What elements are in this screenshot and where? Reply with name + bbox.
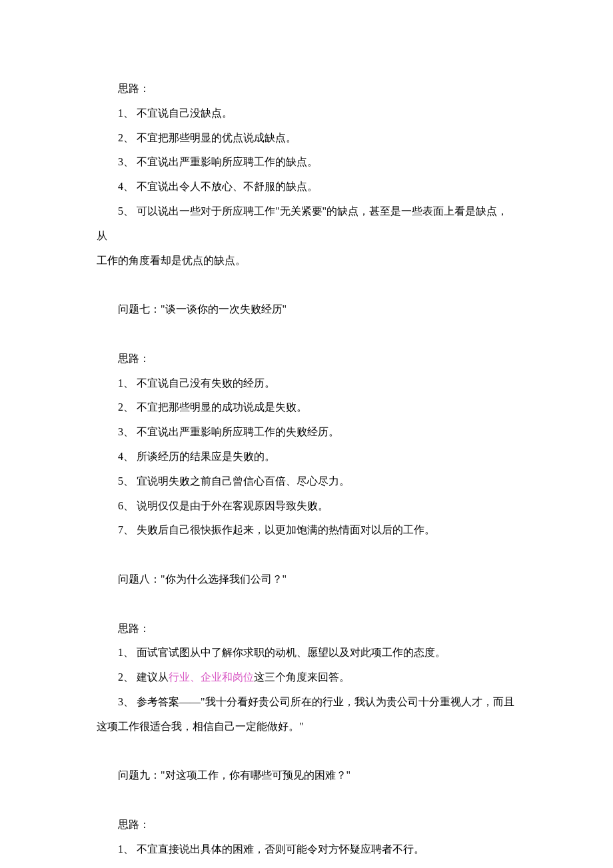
section9-item1: 1、 不宜直接说出具体的困难，否则可能令对方怀疑应聘者不行。 xyxy=(97,837,516,862)
section7-item1: 1、 不宜说自己没有失败的经历。 xyxy=(97,371,516,396)
section7-item2: 2、 不宜把那些明显的成功说成是失败。 xyxy=(97,395,516,420)
section6-item1: 1、 不宜说自己没缺点。 xyxy=(97,101,516,126)
blank-line-5 xyxy=(97,739,516,764)
section8-item2-prefix: 2、 建议从 xyxy=(118,671,169,683)
section7-item4: 4、 所谈经历的结果应是失败的。 xyxy=(97,445,516,469)
section8-item3-line2: 这项工作很适合我，相信自己一定能做好。" xyxy=(97,715,516,739)
section6-heading: 思路： xyxy=(97,77,516,101)
question8: 问题八："你为什么选择我们公司？" xyxy=(97,567,516,592)
section8-item2: 2、 建议从行业、企业和岗位这三个角度来回答。 xyxy=(97,665,516,690)
section8-item3-line1: 3、 参考答案——"我十分看好贵公司所在的行业，我认为贵公司十分重视人才，而且 xyxy=(97,690,516,715)
section6-item3: 3、 不宜说出严重影响所应聘工作的缺点。 xyxy=(97,150,516,175)
section6-item2: 2、 不宜把那些明显的优点说成缺点。 xyxy=(97,126,516,151)
question9: 问题九："对这项工作，你有哪些可预见的困难？" xyxy=(97,763,516,788)
section8-item2-highlight: 行业、企业和岗位 xyxy=(169,671,254,683)
blank-line-4 xyxy=(97,592,516,617)
blank-line-2 xyxy=(97,322,516,347)
section7-item7: 7、 失败后自己很快振作起来，以更加饱满的热情面对以后的工作。 xyxy=(97,518,516,543)
section7-item3: 3、 不宜说出严重影响所应聘工作的失败经历。 xyxy=(97,420,516,445)
section8-item1: 1、 面试官试图从中了解你求职的动机、愿望以及对此项工作的态度。 xyxy=(97,641,516,665)
section7-item6: 6、 说明仅仅是由于外在客观原因导致失败。 xyxy=(97,494,516,519)
section9-heading: 思路： xyxy=(97,813,516,837)
section7-item5: 5、 宜说明失败之前自己曾信心百倍、尽心尽力。 xyxy=(97,469,516,494)
section8-heading: 思路： xyxy=(97,617,516,641)
section6-item5-line2: 工作的角度看却是优点的缺点。 xyxy=(97,249,516,273)
blank-line-6 xyxy=(97,788,516,813)
section7-heading: 思路： xyxy=(97,347,516,371)
blank-line-3 xyxy=(97,543,516,567)
section8-item2-suffix: 这三个角度来回答。 xyxy=(254,671,350,683)
question7: 问题七："谈一谈你的一次失败经历" xyxy=(97,297,516,322)
section9-item2: 2、 可以尝试迂回战术，说出应聘者对困难所持有的态度——"工作中出现一些困难是 xyxy=(97,862,516,869)
blank-line-1 xyxy=(97,273,516,297)
section6-item5-line1: 5、 可以说出一些对于所应聘工作"无关紧要"的缺点，甚至是一些表面上看是缺点，从 xyxy=(97,199,516,249)
section6-item4: 4、 不宜说出令人不放心、不舒服的缺点。 xyxy=(97,175,516,199)
